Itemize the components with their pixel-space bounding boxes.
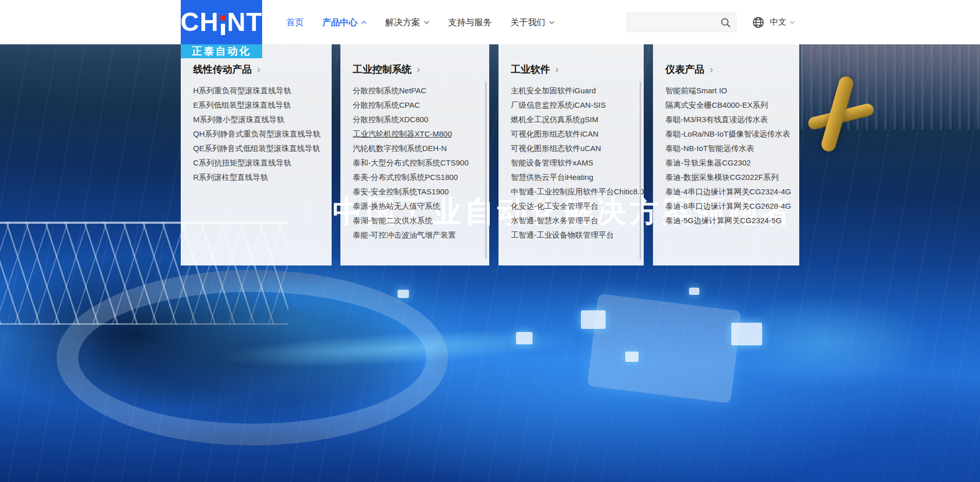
language-label: 中文 — [770, 17, 786, 28]
search-input[interactable] — [632, 13, 721, 32]
menu-list-item: M系列微小型滚珠直线导轨 — [193, 112, 332, 127]
menu-item-link[interactable]: 隔离式安全栅CB4000-EX系列 — [665, 101, 768, 109]
menu-column-instruments: 仪表产品 › 智能前端Smart IO隔离式安全栅CB4000-EX系列泰聪-M… — [653, 44, 799, 265]
menu-item-link[interactable]: 泰迪-5G边缘计算网关CG2324-5G — [665, 216, 782, 225]
menu-item-link[interactable]: 泰聪-LoRa/NB-IoT摄像智读远传水表 — [665, 129, 790, 138]
menu-list-item: H系列重负荷型滚珠直线导轨 — [193, 84, 332, 98]
logo-i-stem — [221, 24, 225, 35]
main-nav: 首页 产品中心 解决方案 支持与服务 关于我们 — [286, 0, 555, 44]
menu-item-link[interactable]: 智慧供热云平台iHeating — [511, 173, 593, 181]
top-navbar: CH NT 正泰自动化 首页 产品中心 解决方案 — [0, 0, 980, 44]
menu-item-link[interactable]: 工智通-工业设备物联管理平台 — [511, 230, 614, 239]
menu-item-link[interactable]: 分散控制系统XDC800 — [353, 115, 428, 124]
menu-item-link[interactable]: 化安达-化工安全管理平台 — [511, 202, 598, 210]
nav-item-about[interactable]: 关于我们 — [510, 16, 555, 28]
menu-column-title[interactable]: 仪表产品 › — [665, 63, 799, 76]
column-title-label: 工业控制系统 — [353, 63, 411, 76]
nav-item-home[interactable]: 首页 — [286, 16, 304, 28]
menu-item-link[interactable]: M系列微小型滚珠直线导轨 — [193, 115, 285, 124]
menu-list-item: QE系列静音式低组装型滚珠直线导轨 — [193, 141, 332, 156]
menu-item-link[interactable]: 智能设备管理软件xAMS — [511, 158, 593, 167]
menu-item-link[interactable]: 泰迪-导轨采集器CG2302 — [665, 158, 751, 167]
nav-item-solutions[interactable]: 解决方案 — [385, 16, 429, 28]
logo-subtitle: 正泰自动化 — [181, 44, 262, 58]
background-circuit-chip — [625, 352, 639, 362]
menu-list-item: 隔离式安全栅CB4000-EX系列 — [665, 98, 799, 112]
menu-item-link[interactable]: 泰美-分布式控制系统PCS1800 — [353, 173, 458, 181]
menu-list-item: 泰能-可控冲击波油气增产装置 — [353, 228, 489, 242]
menu-item-link[interactable]: 主机安全加固软件iGuard — [511, 86, 596, 95]
menu-item-link[interactable]: 水智通-智慧水务管理平台 — [511, 216, 598, 225]
menu-list-item: 泰迪-5G边缘计算网关CG2324-5G — [665, 213, 799, 228]
menu-item-link[interactable]: 泰迪-4串口边缘计算网关CG2324-4G — [665, 187, 791, 196]
menu-list-item: 泰安-安全控制系统TAS1900 — [353, 185, 489, 199]
logo-letters-left: CH — [181, 9, 219, 35]
menu-item-link[interactable]: 泰和-大型分布式控制系统CTS900 — [353, 158, 469, 167]
menu-list-item: 泰和-大型分布式控制系统CTS900 — [353, 156, 489, 170]
menu-item-link[interactable]: QE系列静音式低组装型滚珠直线导轨 — [193, 144, 320, 153]
menu-item-link[interactable]: 泰聪-NB-IoT智能远传水表 — [665, 144, 754, 153]
nav-label: 关于我们 — [510, 16, 545, 28]
nav-item-support[interactable]: 支持与服务 — [448, 16, 492, 28]
menu-item-link[interactable]: C系列抗扭矩型滚珠直线导轨 — [193, 158, 291, 167]
menu-column-title[interactable]: 工业软件 › — [511, 63, 644, 76]
menu-list-item: 可视化图形组态软件uCAN — [511, 141, 644, 156]
menu-item-list: 主机安全加固软件iGuard厂级信息监控系统iCAN-SIS燃机全工况仿真系统g… — [511, 84, 644, 242]
menu-list-item: 泰美-分布式控制系统PCS1800 — [353, 170, 489, 185]
menu-item-link[interactable]: QH系列静音式重负荷型滚珠直线导轨 — [193, 129, 321, 138]
menu-item-link[interactable]: 可视化图形组态软件uCAN — [511, 144, 601, 153]
menu-list-item: 可视化图形组态软件iCAN — [511, 127, 644, 141]
menu-column-title[interactable]: 线性传动产品 › — [193, 63, 332, 76]
chevron-right-icon: › — [257, 64, 261, 74]
menu-item-link[interactable]: 泰能-可控冲击波油气增产装置 — [353, 230, 456, 239]
menu-item-link[interactable]: 分散控制系统CPAC — [353, 101, 420, 109]
menu-list-item: 分散控制系统XDC800 — [353, 112, 489, 127]
menu-list-item: QH系列静音式重负荷型滚珠直线导轨 — [193, 127, 332, 141]
menu-list-item: 泰源-换热站无人值守系统 — [353, 199, 489, 213]
nav-label: 产品中心 — [322, 16, 357, 28]
menu-item-link[interactable]: 智能前端Smart IO — [665, 86, 727, 95]
menu-item-list: 分散控制系统NetPAC分散控制系统CPAC分散控制系统XDC800工业汽轮机控… — [353, 84, 489, 242]
menu-item-link[interactable]: R系列滚柱型直线导轨 — [193, 173, 268, 181]
globe-icon[interactable] — [752, 16, 765, 29]
menu-list-item: 泰聪-NB-IoT智能远传水表 — [665, 141, 799, 156]
chint-logo[interactable]: CH NT — [181, 0, 262, 44]
menu-item-link[interactable]: 可视化图形组态软件iCAN — [511, 129, 598, 138]
background-circuit-chip — [689, 288, 699, 295]
menu-column-title[interactable]: 工业控制系统 › — [353, 63, 489, 76]
menu-item-link[interactable]: 泰源-换热站无人值守系统 — [353, 202, 440, 210]
menu-list-item: 工业汽轮机控制器XTC-M800 — [353, 127, 489, 141]
menu-list-item: 泰聪-M3/R3有线直读远传水表 — [665, 112, 799, 127]
menu-list-item: 水智通-智慧水务管理平台 — [511, 213, 644, 228]
menu-item-link[interactable]: 汽轮机数字控制系统DEH-N — [353, 144, 447, 153]
language-selector[interactable]: 中文 — [770, 17, 795, 28]
menu-item-link[interactable]: 分散控制系统NetPAC — [353, 86, 426, 95]
column-title-label: 仪表产品 — [665, 63, 704, 76]
menu-item-link[interactable]: 泰迪-8串口边缘计算网关CG2628-4G — [665, 202, 791, 210]
chevron-right-icon: › — [710, 64, 713, 74]
menu-list-item: 工智通-工业设备物联管理平台 — [511, 228, 644, 242]
chevron-down-icon — [424, 21, 429, 24]
menu-item-link[interactable]: 工业汽轮机控制器XTC-M800 — [353, 129, 452, 138]
menu-list-item: 泰湖-智能二次供水系统 — [353, 213, 489, 228]
chevron-up-icon — [361, 21, 367, 24]
chevron-down-icon — [789, 21, 795, 24]
background-circuit-chip — [398, 290, 409, 298]
menu-item-link[interactable]: 燃机全工况仿真系统gSIM — [511, 115, 598, 124]
menu-item-link[interactable]: 泰聪-M3/R3有线直读远传水表 — [665, 115, 768, 124]
nav-label: 支持与服务 — [448, 16, 492, 28]
chevron-down-icon — [549, 21, 555, 24]
column-scrollbar[interactable] — [640, 81, 641, 259]
hero-background-image — [0, 44, 980, 482]
menu-item-link[interactable]: 泰安-安全控制系统TAS1900 — [353, 187, 449, 196]
column-scrollbar[interactable] — [485, 81, 487, 259]
menu-item-link[interactable]: 泰湖-智能二次供水系统 — [353, 216, 433, 225]
search-icon[interactable] — [720, 17, 731, 28]
menu-item-link[interactable]: H系列重负荷型滚珠直线导轨 — [193, 86, 291, 95]
nav-item-products[interactable]: 产品中心 — [322, 16, 367, 28]
menu-list-item: 泰迪-8串口边缘计算网关CG2628-4G — [665, 199, 799, 213]
menu-item-link[interactable]: 厂级信息监控系统iCAN-SIS — [511, 101, 606, 109]
menu-item-link[interactable]: E系列低组装型滚珠直线导轨 — [193, 101, 291, 109]
menu-item-link[interactable]: 泰迪-数据采集模块CG2022F系列 — [665, 173, 779, 181]
menu-item-link[interactable]: 中智通-工业控制应用软件平台Chitic8.0 — [511, 187, 644, 196]
